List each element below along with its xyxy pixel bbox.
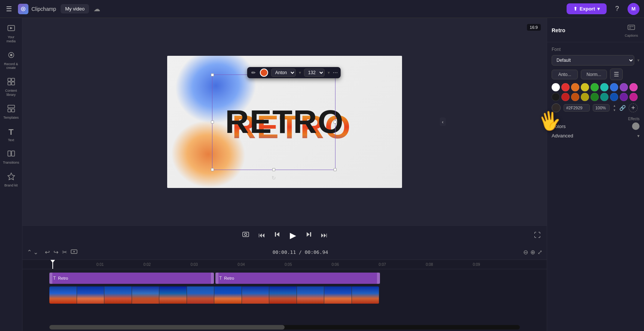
swatch-white[interactable] xyxy=(552,83,560,91)
retro-text-main[interactable]: Retro xyxy=(225,103,344,141)
captions-button[interactable]: Captions xyxy=(623,22,640,39)
text-clip-2[interactable]: T Retro xyxy=(215,273,380,284)
timeline-expand-button[interactable]: ⌃ xyxy=(27,249,32,256)
swatch-purple2[interactable] xyxy=(620,93,628,101)
help-button[interactable]: ? xyxy=(611,3,623,15)
export-button[interactable]: ⬆ Export ▾ xyxy=(567,3,607,14)
center-area: 16:9 Retro Retro xyxy=(22,18,547,331)
screenshot-button[interactable] xyxy=(240,229,251,242)
swatch-blue1[interactable] xyxy=(610,83,618,91)
swatch-orange2[interactable] xyxy=(571,93,579,101)
link-color-button[interactable]: 🔗 xyxy=(619,105,626,111)
text-color-picker[interactable] xyxy=(260,69,268,77)
swatch-row-1 xyxy=(552,83,640,91)
hamburger-button[interactable]: ☰ xyxy=(4,3,13,15)
effects-label: Effects xyxy=(552,117,640,121)
zoom-in-button[interactable]: ⊕ xyxy=(530,249,535,256)
swatch-red1[interactable] xyxy=(561,83,570,91)
video-title-button[interactable]: My video xyxy=(61,4,89,13)
swatch-pink2[interactable] xyxy=(629,93,638,101)
clip-label-2: Retro xyxy=(224,276,234,280)
fullscreen-button[interactable]: ⛶ xyxy=(534,231,541,239)
color-input-row: ▲ ▼ 🔗 + xyxy=(552,103,640,112)
swatch-yellow1[interactable] xyxy=(581,83,589,91)
sidebar-item-brand-kit[interactable]: Brand kit xyxy=(1,169,21,191)
split-button[interactable]: ✂ xyxy=(62,249,67,256)
opacity-down-button[interactable]: ▼ xyxy=(613,108,616,112)
clip-resize-left-2[interactable] xyxy=(215,273,218,284)
swatch-green1[interactable] xyxy=(591,83,599,91)
color-swatches-section xyxy=(552,83,640,101)
svg-rect-23 xyxy=(310,232,311,237)
sidebar-item-your-media[interactable]: Your media xyxy=(1,21,21,46)
play-button[interactable]: ▶ xyxy=(288,229,298,242)
zoom-out-button[interactable]: ⊖ xyxy=(523,249,528,256)
canvas-wrapper[interactable]: Retro Retro ↻ ✏ xyxy=(167,56,402,188)
ruler-mark-2: 0:02 xyxy=(144,262,191,267)
text-clip-1[interactable]: T Retro xyxy=(49,273,214,284)
colors-dot[interactable] xyxy=(632,122,640,130)
size-select-chevron: ▾ xyxy=(328,70,330,75)
sidebar-item-record-create[interactable]: Record &create xyxy=(1,48,21,73)
more-options-button[interactable]: ··· xyxy=(333,69,338,76)
text-track: T Retro T Retro xyxy=(49,273,380,284)
skip-forward-button[interactable] xyxy=(304,230,313,241)
font-style-button[interactable]: Norm... xyxy=(581,70,607,79)
swatch-orange1[interactable] xyxy=(571,83,579,91)
clip-resize-right-1[interactable] xyxy=(211,273,214,284)
font-align-button[interactable]: ☰ xyxy=(610,69,623,80)
avatar-button[interactable]: M xyxy=(628,3,640,15)
font-weight-dropdown[interactable]: Default xyxy=(552,55,634,66)
hex-color-input[interactable] xyxy=(564,104,590,112)
sidebar-item-templates[interactable]: Templates xyxy=(1,101,21,123)
scrollbar-thumb[interactable] xyxy=(49,325,285,330)
advanced-expand-button[interactable]: ▾ xyxy=(637,133,640,139)
video-strip[interactable] xyxy=(49,286,379,304)
font-dropdown-chevron: ▾ xyxy=(637,58,640,63)
swatch-yellow2[interactable] xyxy=(581,93,589,101)
color-preview-circle[interactable] xyxy=(552,103,561,112)
sidebar-item-content-library[interactable]: Contentlibrary xyxy=(1,75,21,100)
sidebar-item-transitions[interactable]: Transitions xyxy=(1,146,21,168)
timeline-scrollbar[interactable] xyxy=(49,325,520,330)
skip-to-end-button[interactable]: ⏭ xyxy=(319,230,329,241)
sidebar-item-text[interactable]: T Text xyxy=(1,124,21,145)
add-to-timeline-button[interactable] xyxy=(71,248,77,256)
timeline-collapse-button[interactable]: ⌄ xyxy=(33,249,38,256)
swatch-teal2[interactable] xyxy=(600,93,608,101)
swatch-red2[interactable] xyxy=(561,93,570,101)
svg-rect-7 xyxy=(8,78,11,81)
top-bar: ☰ Clipchamp My video ☁ ⬆ Export ▾ ? M xyxy=(0,0,644,18)
font-family-select[interactable]: Anton xyxy=(271,69,296,77)
cloud-save-button[interactable]: ☁ xyxy=(93,5,100,13)
font-select-chevron: ▾ xyxy=(299,70,301,75)
svg-rect-9 xyxy=(8,82,11,85)
record-icon xyxy=(7,51,15,61)
font-size-select[interactable]: 132 xyxy=(304,69,325,77)
time-separator: / xyxy=(299,249,305,255)
transitions-icon xyxy=(7,149,15,160)
undo-button[interactable]: ↩ xyxy=(45,249,50,256)
fit-timeline-button[interactable]: ⤢ xyxy=(537,249,542,256)
swatch-green2[interactable] xyxy=(591,93,599,101)
opacity-input[interactable] xyxy=(593,104,610,112)
your-media-icon xyxy=(7,24,15,34)
brand-kit-icon xyxy=(7,172,15,182)
add-color-button[interactable]: + xyxy=(629,103,638,112)
clip-resize-right-2[interactable] xyxy=(377,273,380,284)
swatch-purple1[interactable] xyxy=(620,83,628,91)
ruler-mark-9: 0:09 xyxy=(473,262,520,267)
swatch-blue2[interactable] xyxy=(610,93,618,101)
font-name-button[interactable]: Anto... xyxy=(552,70,578,79)
swatch-black[interactable] xyxy=(552,93,560,101)
edit-text-button[interactable]: ✏ xyxy=(250,69,257,77)
rewind-button[interactable]: ⏮ xyxy=(257,230,267,241)
clip-resize-left-1[interactable] xyxy=(49,273,52,284)
ruler-mark-4: 0:04 xyxy=(237,262,285,267)
swatch-pink1[interactable] xyxy=(629,83,638,91)
redo-button[interactable]: ↪ xyxy=(53,249,58,256)
opacity-up-button[interactable]: ▲ xyxy=(613,104,616,108)
collapse-right-panel-button[interactable]: ‹ xyxy=(440,118,446,126)
skip-back-button[interactable] xyxy=(273,230,282,241)
swatch-teal1[interactable] xyxy=(600,83,608,91)
